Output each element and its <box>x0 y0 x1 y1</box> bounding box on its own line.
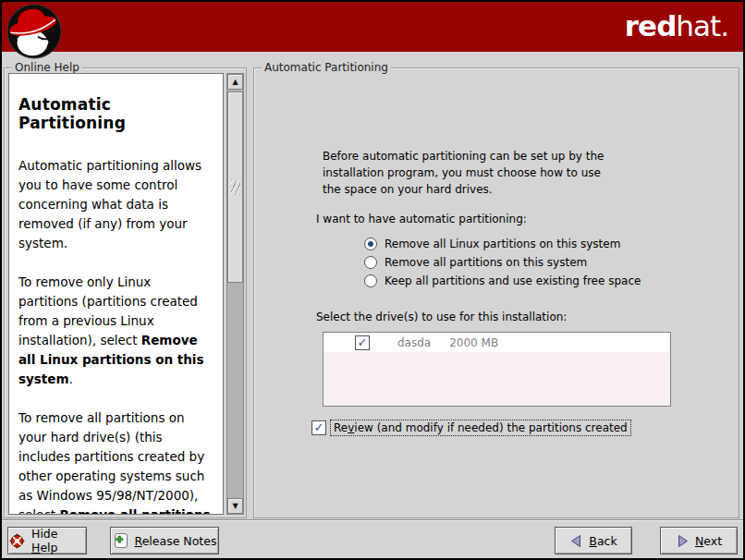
redhat-wordmark: redhat. <box>625 9 728 43</box>
release-notes-document-icon <box>113 532 129 549</box>
hide-help-label: Hide Help <box>31 527 86 554</box>
radio-remove-linux-partitions[interactable]: Remove all Linux partitions on this syst… <box>364 236 620 252</box>
radio-button[interactable] <box>364 256 377 269</box>
radio-label: Remove all partitions on this system <box>385 256 587 269</box>
scroll-down-button[interactable]: ▼ <box>227 498 243 514</box>
scrollbar-grip <box>231 180 240 195</box>
radio-dot <box>368 241 373 247</box>
next-arrow-icon <box>676 534 690 548</box>
hide-help-button[interactable]: Hide Help <box>7 527 87 554</box>
back-button[interactable]: Back <box>555 527 632 554</box>
help-title: Automatic Partitioning <box>18 95 214 132</box>
back-arrow-icon <box>569 534 583 548</box>
lifebuoy-help-icon <box>8 532 26 550</box>
drive-list[interactable]: ✓ dasda 2000 MB <box>323 332 671 407</box>
drive-name: dasda <box>397 336 431 349</box>
brand-light: hat. <box>676 9 728 43</box>
brand-bold: red <box>625 9 677 43</box>
release-notes-button[interactable]: Release Notes <box>110 527 219 554</box>
redhat-shadowman-logo <box>6 3 63 60</box>
installer-window: redhat. Online Help Automatic Partitioni… <box>0 0 745 560</box>
help-content: Automatic Partitioning Automatic partiti… <box>9 95 223 515</box>
help-paragraph-1: Automatic partitioning allows you to hav… <box>18 156 214 253</box>
drive-row-dasda[interactable]: ✓ dasda 2000 MB <box>324 333 670 353</box>
review-checkbox-label: Review (and modify if needed) the partit… <box>330 420 631 436</box>
radio-button-selected[interactable] <box>364 237 377 250</box>
partitioning-question-label: I want to have automatic partitioning: <box>316 213 527 225</box>
footer-bar: Hide Help Release Notes Back Next <box>2 519 743 558</box>
intro-text: Before automatic partitioning can be set… <box>323 148 604 198</box>
next-button[interactable]: Next <box>660 527 738 554</box>
help-paragraph-2: To remove only Linux partitions (partiti… <box>18 273 214 389</box>
review-checkbox-checked[interactable]: ✓ <box>311 420 326 435</box>
drive-checkbox-checked[interactable]: ✓ <box>355 335 370 350</box>
help-text-panel: Automatic Partitioning Automatic partiti… <box>8 73 224 515</box>
scrollbar-thumb[interactable] <box>227 91 243 283</box>
radio-label: Keep all partitions and use existing fre… <box>385 274 641 287</box>
help-scrollbar[interactable]: ▲ ▼ <box>226 73 244 515</box>
review-partitions-option[interactable]: ✓ Review (and modify if needed) the part… <box>311 420 631 436</box>
next-label: Next <box>695 534 722 548</box>
radio-label: Remove all Linux partitions on this syst… <box>385 237 620 250</box>
scroll-up-button[interactable]: ▲ <box>227 74 243 90</box>
online-help-frame-label: Online Help <box>12 61 82 74</box>
back-label: Back <box>589 534 617 548</box>
drive-size: 2000 MB <box>449 336 498 349</box>
help-paragraph-3: To remove all partitions on your hard dr… <box>18 408 214 515</box>
release-notes-label: Release Notes <box>135 534 217 548</box>
drive-select-label: Select the drive(s) to use for this inst… <box>316 310 567 323</box>
header-banner: redhat. <box>2 2 743 52</box>
radio-remove-all-partitions[interactable]: Remove all partitions on this system <box>364 254 587 271</box>
radio-button[interactable] <box>364 274 377 287</box>
automatic-partitioning-frame: Automatic Partitioning Before automatic … <box>253 67 739 518</box>
online-help-frame: Online Help Automatic Partitioning Autom… <box>4 67 247 518</box>
radio-keep-all-partitions[interactable]: Keep all partitions and use existing fre… <box>364 273 641 289</box>
automatic-partitioning-frame-label: Automatic Partitioning <box>262 61 391 74</box>
